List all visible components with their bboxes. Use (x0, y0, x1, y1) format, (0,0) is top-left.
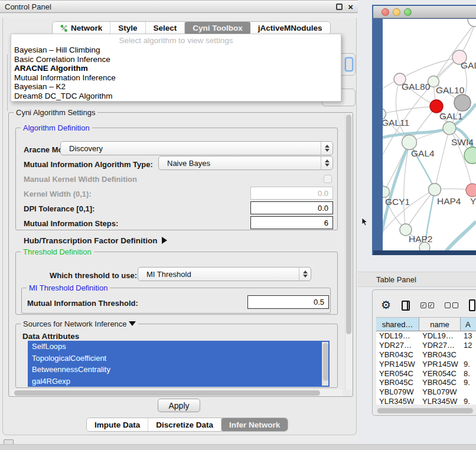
attributes-scrollbar[interactable] (322, 342, 328, 386)
algorithm-definition-title: Algorithm Definition (21, 123, 92, 132)
combo-stepper-icon (321, 156, 332, 169)
manual-kernel-checkbox[interactable] (324, 175, 332, 183)
svg-text:GAL10: GAL10 (436, 85, 465, 95)
network-view-window: GAL GAL80 GAL10 GAL1 GAL11 GAL4 SWI4 GCY… (372, 5, 476, 255)
split-columns-icon[interactable] (402, 301, 410, 311)
svg-text:GCY1: GCY1 (385, 197, 410, 207)
algorithm-option[interactable]: Bayesian – Hill Climbing (11, 45, 341, 55)
minimize-traffic-light-icon[interactable] (393, 8, 400, 16)
export-table-icon[interactable] (469, 299, 475, 311)
control-panel-titlebar: Control Panel × (0, 0, 358, 13)
network-graph: GAL GAL80 GAL10 GAL1 GAL11 GAL4 SWI4 GCY… (383, 19, 476, 250)
mi-steps-field[interactable]: 6 (250, 216, 333, 229)
kernel-width-label: Kernel Width (0,1): (24, 190, 92, 198)
table-row[interactable]: YBL079WYBL079W (376, 387, 476, 397)
svg-text:GAL80: GAL80 (402, 81, 431, 92)
table-row[interactable]: YDL19…YDL19…13 (376, 331, 476, 341)
table-toolbar: ⚙ ✓✓ (381, 298, 475, 312)
control-panel-title: Control Panel (5, 2, 51, 11)
maximize-traffic-light-icon[interactable] (404, 8, 412, 16)
algorithm-option[interactable]: Basic Correlation Inference (11, 55, 341, 64)
close-icon[interactable]: × (348, 4, 353, 10)
combo-stepper-icon (299, 268, 311, 281)
tab-select[interactable]: Select (146, 22, 185, 34)
mi-type-combo[interactable]: Naive Bayes (158, 156, 333, 170)
settings-vertical-scrollbar[interactable] (345, 113, 352, 390)
tab-network[interactable]: Network (53, 22, 110, 34)
sources-title[interactable]: Sources for Network Inference (21, 319, 138, 328)
table-row[interactable]: YBR043CYBR043C (376, 350, 476, 360)
table-row[interactable]: YER054CYER054C8. (376, 369, 476, 379)
algorithm-dropdown-popup: Select algorithm to view settings Bayesi… (11, 34, 341, 102)
node-swi4[interactable] (443, 122, 456, 135)
svg-text:HAP4: HAP4 (437, 196, 461, 206)
node-hap4[interactable] (429, 184, 441, 196)
hide-columns-icon[interactable] (445, 302, 458, 308)
mi-threshold-field[interactable]: 0.5 (247, 295, 329, 309)
algorithm-option[interactable]: Dream8 DC_TDC Algorithm (11, 92, 341, 101)
network-icon (60, 24, 68, 32)
close-traffic-light-icon[interactable] (382, 8, 389, 16)
table-header-row: shared… name A (376, 317, 476, 331)
aracne-mode-combo[interactable]: Discovery (60, 141, 333, 155)
node-y-partial[interactable] (466, 184, 476, 197)
which-threshold-combo[interactable]: MI Threshold (138, 267, 311, 281)
table-panel-titlebar: Table Panel (358, 272, 476, 287)
table-row[interactable]: YBR045CYBR045C9. (376, 378, 476, 387)
table-horizontal-scrollbar[interactable] (376, 407, 475, 414)
cyni-mode-tabs: Impute Data Discretize Data Infer Networ… (86, 418, 288, 432)
float-icon[interactable] (336, 4, 343, 10)
chevron-down-icon (129, 321, 136, 326)
table-panel: ⚙ ✓✓ shared… name A YDL19…YDL19…13 YDR27… (372, 289, 476, 416)
algorithm-option[interactable]: Bayesian – K2 (11, 82, 341, 92)
table-row[interactable]: YDR27…YDR27…12 (376, 341, 476, 350)
tab-cyni-toolbox[interactable]: Cyni Toolbox (185, 22, 250, 34)
show-columns-icon[interactable]: ✓✓ (420, 302, 434, 308)
node-table: shared… name A YDL19…YDL19…13 YDR27…YDR2… (376, 317, 476, 405)
dpi-tolerance-field[interactable]: 0.0 (250, 201, 333, 214)
node-gray[interactable] (454, 94, 471, 111)
tab-jactivemnodules[interactable]: jActiveMNodules (250, 22, 330, 34)
tab-impute-data[interactable]: Impute Data (87, 418, 148, 431)
settings-horizontal-scrollbar[interactable] (11, 389, 343, 396)
network-canvas[interactable]: GAL GAL80 GAL10 GAL1 GAL11 GAL4 SWI4 GCY… (383, 19, 476, 250)
algorithm-option-selected[interactable]: ARACNE Algorithm (11, 64, 341, 73)
table-panel-title: Table Panel (376, 275, 416, 284)
gear-icon[interactable]: ⚙ (381, 299, 391, 311)
svg-text:HAP2: HAP2 (409, 234, 433, 244)
data-attributes-list: SelfLoops TopologicalCoefficient Between… (28, 341, 330, 387)
node-partial-top[interactable] (468, 19, 476, 27)
tab-style[interactable]: Style (110, 22, 145, 34)
attribute-item-selected[interactable]: BetweennessCentrality (28, 364, 330, 376)
table-row[interactable]: YPR145WYPR145W9. (376, 360, 476, 369)
network-window-titlebar[interactable] (373, 6, 476, 18)
application-screen: Control Panel × Network Style Select Cyn… (0, 0, 476, 450)
column-header-partial[interactable]: A (461, 317, 476, 331)
attribute-item-selected[interactable]: gal4RGexp (28, 376, 330, 387)
kernel-width-field[interactable]: 0.0 (250, 187, 333, 200)
tab-infer-network[interactable]: Infer Network (221, 418, 288, 431)
column-header-name[interactable]: name (419, 317, 461, 331)
attribute-item-selected[interactable]: TopologicalCoefficient (28, 353, 330, 364)
node-gal4[interactable] (402, 135, 417, 150)
svg-text:GAL4: GAL4 (411, 148, 435, 158)
mi-threshold-title: MI Threshold Definition (27, 283, 110, 292)
chevron-right-icon (162, 237, 167, 244)
node-green-right[interactable] (464, 147, 476, 164)
svg-text:GAL11: GAL11 (383, 118, 409, 128)
hub-definition-toggle[interactable]: Hub/Transcription Factor Definition (24, 236, 167, 245)
data-attributes-label: Data Attributes (22, 332, 79, 341)
tab-discretize-data[interactable]: Discretize Data (148, 418, 221, 431)
svg-text:Y: Y (470, 196, 476, 206)
dpi-tolerance-label: DPI Tolerance [0,1]: (24, 204, 94, 213)
mi-type-label: Mutual Information Algorithm Type: (24, 160, 153, 169)
apply-button[interactable]: Apply (158, 399, 200, 412)
status-strip (0, 444, 476, 450)
algorithm-prompt: Select algorithm to view settings (11, 34, 341, 45)
table-row[interactable]: YLR345WYLR345W9. (376, 397, 476, 405)
algorithm-option[interactable]: Mutual Information Inference (11, 73, 341, 83)
node-gcy1[interactable] (383, 187, 390, 198)
attribute-item-selected[interactable]: SelfLoops (28, 341, 330, 353)
column-header-shared-name[interactable]: shared… (376, 317, 419, 331)
cyni-settings-title: Cyni Algorithm Settings (14, 108, 97, 117)
